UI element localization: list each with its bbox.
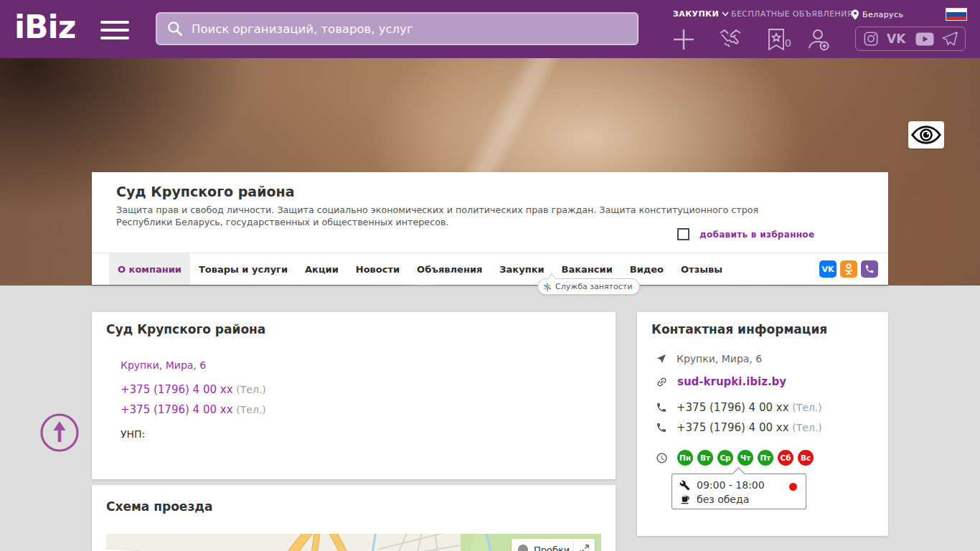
day-sun[interactable]: Вс [798,450,814,466]
tab-news[interactable]: Новости [347,253,408,285]
add-plus-icon[interactable] [669,26,698,53]
favorite-label[interactable]: добавить в избранное [699,230,814,240]
coffee-cup-icon [679,494,690,505]
day-sat[interactable]: Сб [778,450,793,466]
about-card-title: Суд Крупского района [106,322,265,336]
phone-number-link[interactable]: +375 (1796) 4 00 xx [121,383,233,396]
about-phone-2: +375 (1796) 4 00 xx (Тел.) [121,403,266,416]
company-description: Защита прав и свобод личности. Защита со… [116,204,765,228]
map-card: Схема проезда Пробки [92,485,616,551]
contact-info-card: Контактная информация Крупки, Мира, 6 su… [637,312,888,536]
scroll-to-top-button[interactable] [39,413,80,453]
working-days: Пн Вт Ср Чт Пт Сб Вс [677,450,814,466]
day-mon[interactable]: Пн [677,450,693,466]
nav-free-ads-label: БЕСПЛАТНЫЕ ОБЪЯВЛЕНИЯ [731,9,853,19]
phone-type-label: (Тел.) [236,404,266,415]
nav-location-label: Беларусь [862,10,903,19]
status-dot [789,483,797,491]
contact-card-title: Контактная информация [651,322,827,336]
working-hours: 09:00 - 18:00 [697,479,765,491]
traffic-toggle-button[interactable]: Пробки [512,539,578,551]
vk-share-icon[interactable]: VK [819,260,837,278]
working-days-row: Пн Вт Ср Чт Пт Сб Вс [656,450,814,466]
vk-icon[interactable]: VK [887,32,908,45]
search-input[interactable] [192,22,628,36]
about-card: Суд Крупского района Крупки, Мира, 6 +37… [92,312,616,479]
company-title: Суд Крупского района [116,184,294,199]
telegram-icon[interactable] [942,32,958,46]
day-tue[interactable]: Вт [697,450,713,466]
search-icon [166,19,184,38]
location-pin-icon [851,9,859,20]
tab-about[interactable]: О компании [109,253,190,285]
nav-zakupki[interactable]: ЗАКУПКИ [673,9,729,19]
working-hours-tooltip: 09:00 - 18:00 без обеда [672,474,806,509]
employment-service-icon [543,283,552,291]
company-social-buttons: VK [819,253,878,285]
phone-number: +375 (1796) 4 00 xx [677,401,789,414]
contact-address: Крупки, Мира, 6 [677,353,762,364]
header-social-links: VK [855,27,966,51]
map-fullscreen-button[interactable] [574,539,595,551]
tab-ads[interactable]: Объявления [408,253,491,285]
favorites-count: 0 [785,37,791,49]
traffic-light-icon [518,545,528,551]
vk-glyph: VK [821,265,834,274]
arrow-up-circle-icon [39,413,80,453]
website-link[interactable]: sud-krupki.ibiz.by [677,375,786,388]
day-thu[interactable]: Чт [738,450,753,466]
favorite-checkbox[interactable] [677,228,689,240]
employment-service-label: Служба занятости [555,282,632,291]
contact-phone-row-1: +375 (1796) 4 00 xx (Тел.) [656,401,822,414]
phone-icon [656,402,667,413]
phone-number: +375 (1796) 4 00 xx [677,421,789,434]
tab-reviews[interactable]: Отзывы [672,253,731,285]
employment-service-badge[interactable]: Служба занятости [537,278,640,295]
instagram-icon[interactable] [863,31,879,47]
map-highway [315,534,380,551]
viber-icon[interactable] [861,260,878,278]
contact-website-row: sud-krupki.ibiz.by [656,375,786,388]
odnoklassniki-icon[interactable] [840,260,857,278]
day-wed[interactable]: Ср [717,450,733,466]
traffic-button-label: Пробки [534,545,570,551]
about-address-link[interactable]: Крупки, Мира, 6 [121,359,206,371]
site-logo[interactable]: iBiz [14,9,75,45]
tab-products[interactable]: Товары и услуги [190,253,296,285]
partnership-handshake-icon[interactable] [716,26,745,53]
language-flag-ru[interactable] [946,8,967,21]
route-map[interactable]: Пробки [106,534,601,551]
search-bar [156,12,639,45]
contact-phone[interactable]: +375 (1796) 4 00 xx (Тел.) [677,421,822,434]
contact-phone-row-2: +375 (1796) 4 00 xx (Тел.) [656,421,822,434]
unp-label: УНП: [121,428,145,440]
day-fri[interactable]: Пт [758,450,773,466]
nav-zakupki-label: ЗАКУПКИ [673,9,719,19]
map-card-title: Схема проезда [106,499,212,514]
eye-icon [911,125,941,145]
nav-location[interactable]: Беларусь [851,9,903,20]
clock-icon [656,452,668,464]
about-phone-1: +375 (1796) 4 00 xx (Тел.) [121,383,266,396]
tab-promotions[interactable]: Акции [296,253,347,285]
menu-hamburger-icon[interactable] [100,21,129,39]
login-person-add-icon[interactable] [804,26,832,53]
lunch-label: без обеда [697,494,749,505]
phone-type-label: (Тел.) [236,384,266,395]
phone-icon [656,422,667,433]
expand-arrows-icon [579,544,590,551]
svg-text:VK: VK [887,32,906,45]
phone-type-label: (Тел.) [792,422,822,433]
direction-arrow-icon [656,353,667,364]
link-icon [653,373,670,390]
contact-phone[interactable]: +375 (1796) 4 00 xx (Тел.) [677,401,822,414]
phone-number-link[interactable]: +375 (1796) 4 00 xx [121,403,233,416]
header: iBiz ЗАКУПКИ БЕСПЛАТНЫЕ ОБЪЯВЛЕНИЯ Белар… [0,0,980,58]
map-road [106,547,278,551]
phone-type-label: (Тел.) [792,402,822,413]
chevron-down-icon [722,11,729,17]
accessibility-eye-button[interactable] [908,121,944,149]
nav-free-ads[interactable]: БЕСПЛАТНЫЕ ОБЪЯВЛЕНИЯ [731,9,853,19]
map-river [365,534,377,551]
youtube-icon[interactable] [915,32,934,46]
